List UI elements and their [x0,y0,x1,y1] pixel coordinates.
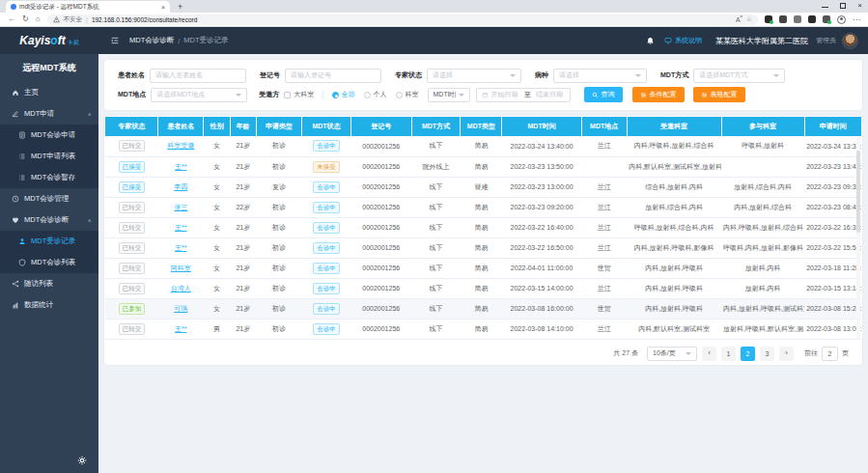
mdt_place-cell: 兰江 [581,136,627,156]
patient-name-link[interactable]: 王** [175,163,186,170]
window-restore-button[interactable] [840,3,846,9]
breadcrumb-item[interactable]: MDT会诊诊断 [129,36,174,45]
notification-bell-icon[interactable] [646,37,655,45]
patient-name-link[interactable]: 台湾人 [171,285,191,292]
mdt-place-select[interactable]: 请选择MDT地点 [151,88,247,102]
total-count: 共 27 条 [613,348,638,358]
joined_depts-cell: 呼吸科,放射科 [721,136,804,156]
extension-icon[interactable] [779,15,787,23]
sidebar-item-随访列表[interactable]: 随访列表 [0,273,98,294]
new-tab-button[interactable]: + [178,1,182,13]
patient-cell: 台湾人 [158,278,204,298]
prev-page-button[interactable]: ‹ [702,347,716,361]
reg_no-cell: 0002001256 [350,319,411,339]
next-page-button[interactable]: › [779,347,794,361]
MDT方式-select[interactable]: 请选择MDT方式 [693,69,785,83]
患者姓名-input[interactable]: 请输入患者姓名 [150,69,246,83]
patient-name-link[interactable]: 张三 [174,204,187,210]
browser-home-icon[interactable]: ⌂ [36,14,41,24]
sidebar-item-数据统计[interactable]: 数据统计 [0,294,98,316]
browser-essentials-icon[interactable] [823,15,830,23]
apply_type-cell: 初诊 [257,258,302,278]
mdt_time-cell: 2022-03-15 14:00:00 [502,278,581,298]
collections-icon[interactable] [794,15,801,23]
page-button-2[interactable]: 2 [741,347,755,361]
专家状态-select[interactable]: 请选择 [427,69,521,83]
time-type-select[interactable]: MDT时间 [428,88,470,102]
sidebar-item-MDT会诊暂存[interactable]: MDT会诊暂存 [0,167,98,188]
condition-config-button[interactable]: 条件配置 [632,87,685,102]
mdt_time-cell: 2022-03-22 16:40:00 [502,217,581,237]
apply_time-cell: 2022-03-08 13:06:56 [804,319,861,339]
radio-all[interactable]: 全部 [332,90,355,99]
patient-name-link[interactable]: 可琪 [174,305,187,312]
patient-name-link[interactable]: 李四 [174,183,187,190]
patient-name-link[interactable]: 王** [175,244,186,251]
back-icon[interactable]: ← [8,14,15,24]
gender-cell: 女 [204,217,230,237]
mdt_type-cell: 简易 [461,217,502,237]
page-size-select[interactable]: 10条/页 [647,347,697,361]
tab-close-icon[interactable]: × [161,4,165,11]
placeholder: 请选择MDT方式 [699,70,770,80]
table-row[interactable]: 已转交王**女21岁初诊会诊中0002001256线下简易2022-03-22 … [105,237,861,258]
patient-name-link[interactable]: 同科室 [171,264,191,271]
window-close-button[interactable]: × [857,2,862,10]
favorite-star-icon[interactable]: ☆ [746,15,752,23]
sidebar-item-MDT受诊记录[interactable]: MDT受诊记录 [0,231,98,252]
settings-gear-icon[interactable] [77,456,87,465]
table-row[interactable]: 已接受李四女21岁复诊会诊中0002001256线下疑难2022-03-23 1… [105,177,861,197]
table-row[interactable]: 已参加可琪女21岁初诊会诊中0002001256线下简易2022-03-08 1… [105,298,861,319]
sidebar-item-主页[interactable]: 主页 [0,82,98,103]
登记号-input[interactable]: 请输入登记号 [285,69,381,83]
patient-name-link[interactable]: 科室受邀 [167,142,194,149]
system-help-link[interactable]: 系统说明 [664,36,702,45]
window-minimize-button[interactable] [822,4,828,8]
table-row[interactable]: 已接受王**女21岁初诊未接受0002001256院外线上简易2022-03-2… [105,156,861,177]
patient-name-link[interactable]: 王** [175,224,186,231]
table-row[interactable]: 已转交同科室女21岁初诊会诊中0002001256线下简易2022-04-01 … [105,258,861,278]
search-button[interactable]: 查询 [584,87,623,102]
page-button-3[interactable]: 3 [760,347,774,361]
table-row[interactable]: 已转交王**女21岁初诊会诊中0002001256线下简易2022-03-22 … [105,217,861,237]
sidebar-collapse-icon[interactable] [110,36,120,45]
date-range-picker[interactable]: 开始日期 至 结束日期 [476,88,571,102]
mdt_place-cell [581,156,627,177]
record-table-panel: 专家状态患者姓名性别年龄申请类型MDT状态登记号MDT方式MDT类型MDT时间M… [104,116,862,365]
病种-select[interactable]: 请选择 [553,69,647,83]
table-row[interactable]: 已转交科室受邀女21岁初诊会诊中0002001256线下简易2022-03-24… [105,136,861,156]
page-button-1[interactable]: 1 [721,347,736,361]
url-text: 192.168.0.156:9002/consultate/record [92,16,732,23]
avatar[interactable] [842,33,858,49]
table-row[interactable]: 已转交张三女22岁初诊会诊中0002001256线下简易2022-03-23 0… [105,197,861,217]
refresh-icon[interactable]: ↻ [22,14,29,24]
sidebar-item-MDT申请[interactable]: MDT申请∧ [0,103,98,125]
scrollbar-thumb[interactable] [856,151,860,233]
big-dept-checkbox[interactable] [284,92,291,98]
browser-profile-icon[interactable] [837,15,846,24]
split-screen-icon[interactable] [808,15,816,23]
radio-dept[interactable]: 科室 [396,90,419,99]
patient-name-link[interactable]: 王** [175,325,186,332]
sidebar-item-MDT会诊申请[interactable]: MDT会诊申请 [0,125,98,146]
chevron-down-icon [773,74,779,77]
table-row[interactable]: 已转交台湾人女21岁初诊会诊中0002001256线下简易2022-03-15 … [105,278,861,298]
sidebar-item-MDT会诊管理[interactable]: MDT会诊管理 [0,188,98,209]
sidebar-item-MDT会诊诊断[interactable]: MDT会诊诊断∧ [0,209,98,231]
table-scrollbar[interactable] [856,137,860,340]
table-config-button[interactable]: 表格配置 [693,87,745,102]
extension-icon[interactable] [765,15,772,23]
browser-menu-icon[interactable]: ⋯ [853,15,860,24]
url-field[interactable]: 不安全 | 192.168.0.156:9002/consultate/reco… [47,14,758,25]
apply_time-cell: 2022-03-23 09:35:39 [804,177,861,197]
expert_status-cell: 已转交 [105,319,158,339]
table-row[interactable]: 已转交王**男21岁初诊会诊中0002001256线下简易2022-03-08 … [105,319,861,339]
radio-person[interactable]: 个人 [364,90,387,99]
read-aloud-icon[interactable]: Aᵃ [736,14,742,23]
mdt_type-cell: 简易 [461,136,502,156]
browser-tab[interactable]: mdt受诊记录 - 远程MDT系统 × [6,1,170,13]
expert_status-cell: 已转交 [105,258,158,278]
sidebar-item-MDT申请列表[interactable]: MDT申请列表 [0,146,98,167]
jump-page-input[interactable]: 2 [822,347,838,361]
sidebar-item-MDT会诊列表[interactable]: MDT会诊列表 [0,252,98,273]
